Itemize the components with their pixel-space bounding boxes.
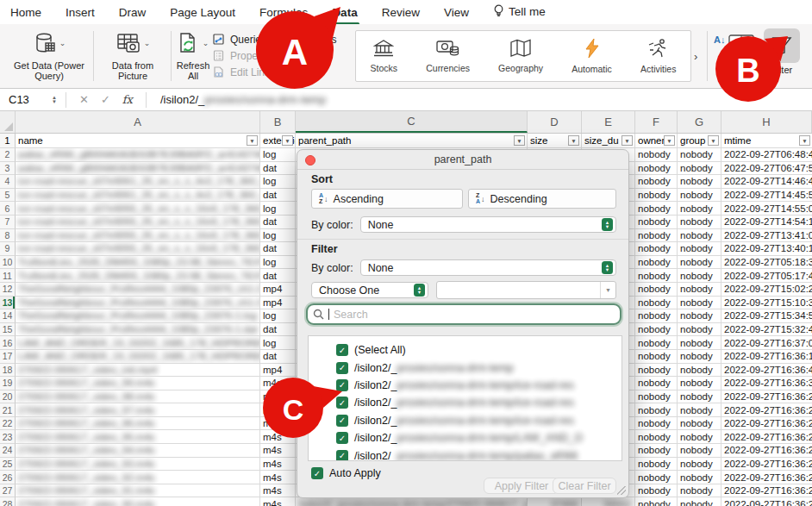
- cell-name[interactable]: TheGoodNeighbour_ProRes4444_1080p_23976-…: [16, 323, 260, 337]
- data-type-automatic[interactable]: Automatic: [565, 31, 619, 81]
- cell-owner[interactable]: nobody: [635, 377, 678, 390]
- tab-home[interactable]: Home: [10, 6, 41, 19]
- cell-mtime[interactable]: 2022-09-27T14:54:14: [721, 216, 812, 229]
- dialog-title-bar[interactable]: parent_path: [297, 150, 628, 170]
- filter-item[interactable]: ✓/isilon2/_proxies/sonna-drm-temp/ice-ro…: [309, 394, 621, 411]
- cell-owner[interactable]: nobody: [635, 297, 678, 310]
- cell-group[interactable]: nobody: [678, 336, 721, 350]
- cell-name[interactable]: 270922-090617_video_90.m4s: [16, 497, 260, 506]
- column-letter-E[interactable]: E: [582, 111, 635, 133]
- cell-owner[interactable]: nobody: [635, 269, 678, 283]
- column-letter-D[interactable]: D: [528, 111, 582, 133]
- tab-insert[interactable]: Insert: [66, 6, 95, 19]
- cell-owner[interactable]: nobody: [635, 283, 678, 297]
- row-number[interactable]: 4: [0, 175, 16, 189]
- filter-value-combobox[interactable]: ▼: [436, 281, 616, 299]
- cell-owner[interactable]: nobody: [635, 403, 678, 417]
- column-letter-C[interactable]: C: [296, 111, 528, 133]
- cell-name[interactable]: LAW_AND_ORDER_19_03202_1685_178_HDPRORES…: [16, 350, 260, 364]
- cell-owner[interactable]: nobody: [635, 202, 678, 216]
- cell-owner[interactable]: nobody: [635, 242, 678, 256]
- cell-mtime[interactable]: 2022-09-27T16:36:25: [721, 458, 812, 472]
- cell-size[interactable]: 37455: [528, 497, 582, 506]
- cell-owner[interactable]: nobody: [635, 148, 678, 162]
- cell-mtime[interactable]: 2022-09-27T16:36:25: [721, 390, 812, 404]
- column-filter-dropdown-icon[interactable]: ▼: [664, 135, 675, 146]
- cell-group[interactable]: nobody: [678, 497, 721, 506]
- cell-mtime[interactable]: 2022-09-27T05:17:49: [721, 269, 812, 283]
- cell-group[interactable]: nobody: [678, 390, 721, 404]
- cell-mtime[interactable]: 2022-09-27T13:40:19: [721, 242, 812, 256]
- filter-condition-select[interactable]: Choose One ▲▼: [311, 282, 428, 298]
- cell-extension[interactable]: mp4: [260, 297, 296, 310]
- cell-name[interactable]: ice-road-rescue_s07e9055_25_en_x_x_16x9_…: [16, 242, 260, 256]
- cell-mtime[interactable]: 2022-09-27T16:36:25: [721, 444, 812, 458]
- cell-name[interactable]: 270922-090617_video_init.mp4: [16, 364, 260, 378]
- column-filter-dropdown-icon[interactable]: ▼: [621, 135, 633, 146]
- confirm-entry-icon[interactable]: ✓: [101, 93, 110, 106]
- row-number[interactable]: 26: [0, 471, 16, 484]
- row-number[interactable]: 14: [0, 309, 16, 323]
- row-number[interactable]: 11: [0, 269, 16, 283]
- cell-mtime[interactable]: 2022-09-27T05:18:31: [721, 256, 812, 270]
- row-number[interactable]: 27: [0, 484, 16, 498]
- name-box-stepper[interactable]: ▲▼: [50, 96, 59, 104]
- filter-item[interactable]: ✓/isilon2/_proxies/sonna-drm-temp: [309, 359, 621, 376]
- cell-group[interactable]: nobody: [678, 283, 721, 297]
- cell-name[interactable]: ice-road-rescue_s07e9055_25_en_x_x_16x9_…: [16, 202, 260, 216]
- cell-name[interactable]: palias_ef066_gB694A0A3E63B7E39BA9FD_ar41…: [16, 162, 260, 176]
- get-data-button[interactable]: ⌄ Get Data (Power Query): [9, 28, 90, 81]
- column-filter-dropdown-icon[interactable]: ▼: [799, 135, 810, 146]
- row-number[interactable]: 5: [0, 189, 16, 203]
- cell-owner[interactable]: nobody: [635, 175, 678, 189]
- cell-owner[interactable]: nobody: [635, 444, 678, 458]
- cancel-entry-icon[interactable]: ✕: [79, 93, 89, 106]
- cell-mtime[interactable]: 2022-09-27T16:36:25: [721, 497, 812, 506]
- cell-group[interactable]: nobody: [678, 269, 721, 283]
- cell-parent-path[interactable]: /isilon2/_proxies/sonna-drm-temp/270922-…: [296, 497, 528, 506]
- tab-review[interactable]: Review: [382, 6, 420, 19]
- column-filter-dropdown-icon[interactable]: ▼: [514, 135, 525, 146]
- cell-name[interactable]: TheGoodNeighbour_ProRes4444_1080p_23976_…: [16, 283, 260, 297]
- cell-mtime[interactable]: 2022-09-27T16:36:48: [721, 364, 812, 378]
- filter-item-checkbox[interactable]: ✓: [336, 450, 348, 461]
- cell-size-du[interactable]: 55552: [582, 497, 635, 506]
- clear-filter-button[interactable]: Clear Filter: [553, 478, 616, 494]
- cell-extension[interactable]: dat: [260, 242, 296, 256]
- refresh-all-button[interactable]: ⌄ Refresh All: [174, 28, 212, 81]
- cell-mtime[interactable]: 2022-09-27T14:46:42: [721, 175, 812, 189]
- cell-group[interactable]: nobody: [678, 309, 721, 323]
- cell-mtime[interactable]: 2022-09-27T16:36:18: [721, 350, 812, 364]
- row-number[interactable]: 20: [0, 390, 16, 404]
- cell-extension[interactable]: log: [260, 336, 296, 350]
- cell-extension[interactable]: dat: [260, 323, 296, 337]
- combobox-dropdown-icon[interactable]: ▼: [600, 282, 615, 298]
- cell-group[interactable]: nobody: [678, 229, 721, 243]
- gallery-more-chevron-icon[interactable]: ›: [694, 50, 697, 63]
- row-number[interactable]: 1: [0, 134, 16, 148]
- cell-extension[interactable]: m4s: [260, 471, 296, 484]
- cell-extension[interactable]: log: [260, 256, 296, 270]
- cell-owner[interactable]: nobody: [635, 350, 678, 364]
- cell-extension[interactable]: log: [260, 309, 296, 323]
- cell-extension[interactable]: dat: [260, 162, 296, 176]
- cell-group[interactable]: nobody: [678, 202, 721, 216]
- filter-item[interactable]: ✓/isilon2/_proxies/sonna-drm-temp/ice-ro…: [309, 412, 621, 429]
- cell-extension[interactable]: m4s: [260, 458, 296, 472]
- cell-owner[interactable]: nobody: [635, 390, 678, 404]
- cell-owner[interactable]: nobody: [635, 256, 678, 270]
- cell-name[interactable]: 270922-090617_video_97.m4s: [16, 403, 260, 417]
- tab-draw[interactable]: Draw: [119, 6, 147, 19]
- cell-name[interactable]: ice-road-rescue_s07e9061_25_en_x_x_4x3_1…: [16, 175, 260, 189]
- sort-descending-button[interactable]: ZA↓ Descending: [468, 189, 616, 209]
- name-box[interactable]: C13: [0, 93, 50, 106]
- cell-mtime[interactable]: 2022-09-27T15:34:51: [721, 309, 812, 323]
- data-type-currencies[interactable]: Currencies: [419, 31, 477, 81]
- row-number[interactable]: 19: [0, 377, 16, 390]
- cell-group[interactable]: nobody: [678, 471, 721, 484]
- close-icon[interactable]: [305, 155, 315, 166]
- row-number[interactable]: 22: [0, 417, 16, 431]
- cell-name[interactable]: 270922-090617_video_95.m4s: [16, 430, 260, 444]
- row-number[interactable]: 18: [0, 364, 16, 378]
- row-number[interactable]: 17: [0, 350, 16, 364]
